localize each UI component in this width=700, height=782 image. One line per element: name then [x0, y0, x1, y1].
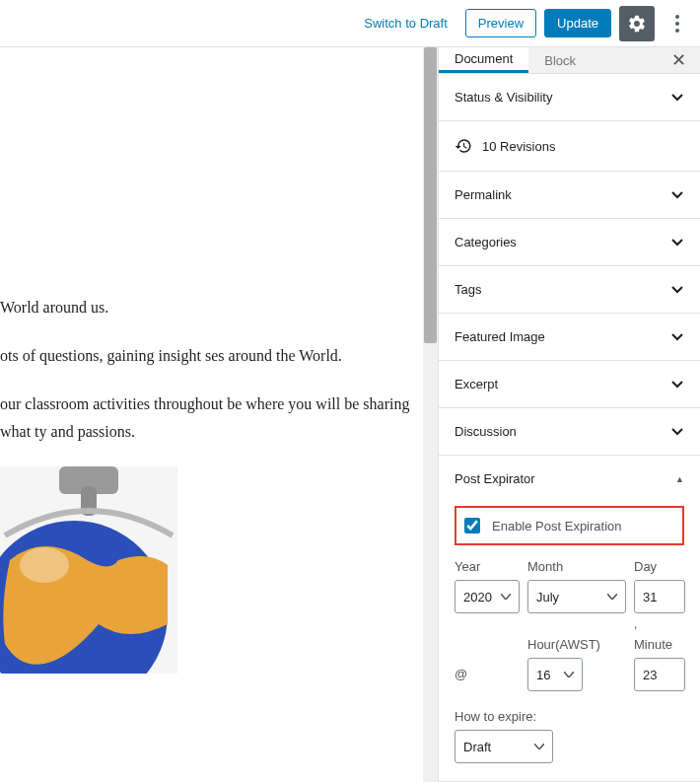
post-editor[interactable]: World around us. ots of questions, gaini… — [0, 47, 438, 782]
editor-scrollbar[interactable] — [423, 47, 438, 782]
chevron-down-icon — [670, 425, 684, 439]
panel-permalink[interactable]: Permalink — [439, 172, 700, 218]
preview-button[interactable]: Preview — [465, 9, 536, 37]
panel-featured-image[interactable]: Featured Image — [439, 314, 700, 360]
revisions-text: 10 Revisions — [482, 139, 555, 154]
panel-label: Status & Visibility — [455, 90, 552, 105]
editor-image[interactable] — [0, 466, 177, 674]
settings-sidebar: Document Block ✕ Status & Visibility 10 … — [438, 47, 700, 782]
panel-excerpt[interactable]: Excerpt — [439, 361, 700, 407]
svg-point-7 — [20, 547, 69, 583]
chevron-down-icon — [670, 283, 684, 297]
chevron-up-icon: ▲ — [675, 474, 684, 484]
editor-paragraph[interactable]: World around us. — [0, 294, 418, 320]
more-vertical-icon — [675, 15, 679, 33]
panel-post-expirator[interactable]: Post Expirator ▲ — [439, 456, 700, 502]
chevron-down-icon — [670, 188, 684, 202]
hour-label: Hour(AWST) — [527, 637, 626, 652]
panel-label: Tags — [455, 282, 481, 297]
panel-label: Excerpt — [455, 377, 498, 391]
at-symbol: @ — [455, 658, 520, 691]
panel-status-visibility[interactable]: Status & Visibility — [439, 74, 700, 120]
chevron-down-icon — [670, 236, 684, 249]
history-icon — [455, 137, 472, 155]
chevron-down-icon — [670, 378, 684, 391]
tab-block[interactable]: Block — [528, 47, 592, 73]
month-select[interactable]: July — [527, 580, 626, 613]
editor-topbar: Switch to Draft Preview Update — [0, 0, 700, 47]
post-expirator-body: Enable Post Expiration Year 2020 Month J… — [439, 502, 700, 781]
enable-expiration-label: Enable Post Expiration — [492, 519, 622, 533]
how-expire-label: How to expire: — [455, 709, 684, 724]
more-options-button[interactable] — [663, 6, 692, 41]
enable-expiration-checkbox[interactable] — [464, 518, 480, 533]
scrollbar-thumb[interactable] — [424, 47, 437, 343]
panel-label: Post Expirator — [455, 471, 535, 486]
close-icon: ✕ — [671, 50, 686, 70]
update-button[interactable]: Update — [544, 9, 611, 37]
chevron-down-icon — [670, 91, 684, 105]
panel-label: Permalink — [455, 187, 512, 202]
minute-input[interactable] — [634, 658, 685, 691]
svg-point-1 — [675, 22, 679, 26]
editor-paragraph[interactable]: our classroom activities throughout be w… — [0, 391, 418, 444]
enable-expiration-row: Enable Post Expiration — [455, 506, 684, 545]
day-input[interactable] — [634, 580, 685, 613]
revisions-link[interactable]: 10 Revisions — [439, 121, 700, 172]
day-label: Day — [634, 559, 685, 574]
year-label: Year — [455, 559, 520, 574]
settings-button[interactable] — [619, 6, 655, 41]
panel-label: Categories — [455, 235, 517, 249]
switch-to-draft-link[interactable]: Switch to Draft — [354, 10, 457, 36]
month-label: Month — [527, 559, 626, 574]
panel-label: Discussion — [455, 424, 517, 439]
how-expire-select[interactable]: Draft — [455, 730, 553, 763]
minute-label: Minute — [634, 637, 685, 652]
gear-icon — [627, 14, 647, 34]
hour-select[interactable]: 16 — [527, 658, 583, 691]
svg-point-2 — [675, 29, 679, 33]
editor-paragraph[interactable]: ots of questions, gaining insight ses ar… — [0, 342, 418, 369]
svg-point-0 — [675, 15, 679, 19]
comma-separator: , — [634, 613, 685, 631]
chevron-down-icon — [670, 330, 684, 344]
sidebar-tabs: Document Block ✕ — [439, 47, 700, 74]
panel-discussion[interactable]: Discussion — [439, 408, 700, 455]
tab-document[interactable]: Document — [439, 47, 528, 73]
panel-tags[interactable]: Tags — [439, 266, 700, 313]
close-sidebar-button[interactable]: ✕ — [658, 49, 700, 71]
panel-label: Featured Image — [455, 329, 545, 344]
panel-categories[interactable]: Categories — [439, 219, 700, 265]
year-select[interactable]: 2020 — [455, 580, 520, 613]
